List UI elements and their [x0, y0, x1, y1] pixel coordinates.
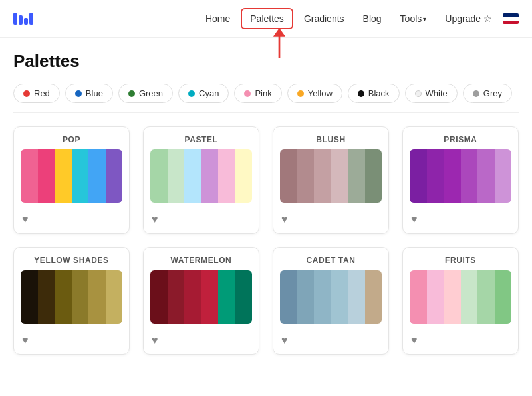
palette-footer: ♥: [144, 329, 259, 354]
swatch: [168, 149, 185, 203]
page-content: Palettes RedBlueGreenCyanPinkYellowBlack…: [0, 38, 532, 368]
filter-pill-pink[interactable]: Pink: [234, 84, 281, 103]
filter-pill-red[interactable]: Red: [13, 84, 60, 103]
nav-gradients[interactable]: Gradients: [296, 9, 352, 28]
favorite-button[interactable]: ♥: [22, 213, 29, 225]
logo: [13, 13, 33, 25]
black-filter-label: Black: [368, 88, 390, 98]
swatch: [38, 270, 55, 324]
filter-pill-yellow[interactable]: Yellow: [287, 84, 342, 103]
swatch: [150, 270, 168, 324]
palette-name: FRUITS: [403, 248, 518, 270]
swatch: [348, 149, 365, 203]
cyan-dot: [188, 90, 195, 97]
palette-swatches[interactable]: [150, 149, 252, 203]
chevron-down-icon: ▾: [423, 15, 426, 23]
palette-name: WATERMELON: [144, 248, 259, 270]
palette-swatches[interactable]: [410, 149, 511, 203]
filter-pill-cyan[interactable]: Cyan: [178, 84, 229, 103]
cyan-filter-label: Cyan: [199, 88, 219, 98]
swatch: [55, 270, 72, 324]
swatch: [72, 149, 89, 203]
nav-tools[interactable]: Tools ▾: [392, 9, 435, 28]
palette-card-watermelon: WATERMELON♥: [143, 247, 259, 355]
palette-name: YELLOW SHADES: [14, 248, 129, 270]
swatch: [55, 149, 72, 203]
swatch: [201, 149, 219, 203]
arrow-annotation: [259, 28, 299, 64]
swatch: [88, 149, 106, 203]
favorite-button[interactable]: ♥: [22, 334, 29, 346]
swatch: [168, 270, 185, 324]
filter-pill-blue[interactable]: Blue: [65, 84, 113, 103]
filter-pill-grey[interactable]: Grey: [463, 84, 512, 103]
palette-card-fruits: FRUITS♥: [402, 247, 519, 355]
palette-footer: ♥: [144, 208, 259, 233]
swatch: [88, 270, 106, 324]
pink-dot: [244, 90, 251, 97]
palette-swatches[interactable]: [410, 270, 511, 324]
swatch: [297, 149, 315, 203]
filter-pill-white[interactable]: White: [405, 84, 458, 103]
blue-dot: [75, 90, 82, 97]
header: Home Palettes Gradients Blog Tools ▾ Upg…: [0, 0, 532, 38]
palette-swatches[interactable]: [21, 149, 122, 203]
palette-card-blush: BLUSH♥: [273, 126, 389, 234]
favorite-button[interactable]: ♥: [411, 334, 418, 346]
palette-name: CADET TAN: [273, 248, 388, 270]
pink-filter-label: Pink: [255, 88, 271, 98]
swatch: [444, 149, 461, 203]
palette-swatches[interactable]: [21, 270, 122, 324]
palette-footer: ♥: [403, 329, 518, 354]
palette-footer: ♥: [14, 329, 129, 354]
swatch: [218, 270, 235, 324]
palette-card-prisma: PRISMA♥: [402, 126, 519, 234]
palette-name: POP: [14, 127, 129, 149]
swatch: [106, 149, 123, 203]
favorite-button[interactable]: ♥: [411, 213, 418, 225]
swatch: [72, 270, 89, 324]
red-filter-label: Red: [34, 88, 50, 98]
green-dot: [128, 90, 135, 97]
palette-swatches[interactable]: [280, 270, 382, 324]
white-filter-label: White: [426, 88, 448, 98]
language-flag[interactable]: [503, 13, 519, 24]
star-icon: ☆: [483, 13, 492, 24]
swatch: [150, 149, 168, 203]
nav-upgrade[interactable]: Upgrade ☆: [437, 9, 500, 28]
favorite-button[interactable]: ♥: [152, 213, 158, 225]
favorite-button[interactable]: ♥: [281, 334, 288, 346]
favorite-button[interactable]: ♥: [152, 334, 158, 346]
palette-swatches[interactable]: [280, 149, 382, 203]
yellow-filter-label: Yellow: [308, 88, 332, 98]
swatch: [331, 270, 348, 324]
grey-dot: [473, 90, 479, 97]
nav-palettes[interactable]: Palettes: [241, 8, 293, 29]
nav-home[interactable]: Home: [198, 9, 238, 28]
svg-marker-1: [273, 28, 285, 37]
grey-filter-label: Grey: [483, 88, 502, 98]
swatch: [410, 270, 427, 324]
palette-name: PRISMA: [403, 127, 518, 149]
swatch: [348, 270, 365, 324]
palette-footer: ♥: [273, 329, 388, 354]
swatch: [297, 270, 315, 324]
palette-footer: ♥: [273, 208, 388, 233]
swatch: [477, 270, 495, 324]
nav-blog[interactable]: Blog: [355, 9, 390, 28]
main-nav: Home Palettes Gradients Blog Tools ▾ Upg…: [198, 8, 519, 29]
filter-pill-black[interactable]: Black: [348, 84, 400, 103]
swatch: [365, 270, 382, 324]
filter-pill-green[interactable]: Green: [118, 84, 173, 103]
swatch: [427, 149, 444, 203]
swatch: [235, 270, 253, 324]
palette-card-cadet-tan: CADET TAN♥: [273, 247, 389, 355]
palette-footer: ♥: [14, 208, 129, 233]
favorite-button[interactable]: ♥: [281, 213, 288, 225]
palette-name: PASTEL: [144, 127, 259, 149]
palette-swatches[interactable]: [150, 270, 252, 324]
swatch: [461, 149, 478, 203]
palette-name: BLUSH: [273, 127, 388, 149]
swatch: [314, 149, 331, 203]
swatch: [410, 149, 427, 203]
